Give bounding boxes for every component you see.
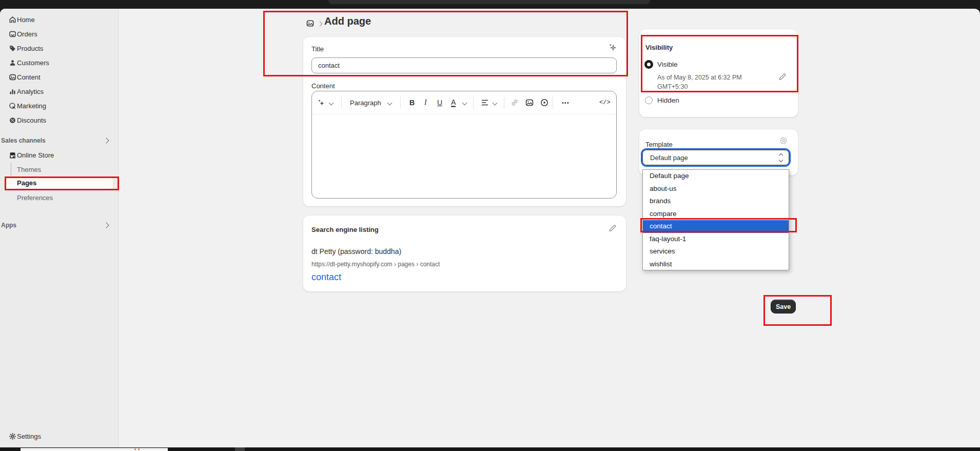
products-icon [8, 44, 16, 52]
sidebar-item-label: Pages [17, 179, 36, 187]
editor-text-area[interactable] [312, 114, 616, 198]
marketing-icon [8, 102, 16, 110]
code-view-button[interactable]: </> [599, 99, 611, 106]
seo-site-name: dt Petty (password: buddha) [311, 247, 401, 256]
sidebar-item-label: Marketing [17, 102, 46, 110]
chevron-down-icon [387, 101, 393, 106]
content-label: Content [311, 82, 335, 90]
content-icon [8, 73, 16, 81]
template-card: Template Default page [639, 129, 798, 175]
text-color-button[interactable]: A [451, 99, 456, 107]
dropdown-option-default-page[interactable]: Default page [643, 170, 789, 183]
title-input[interactable] [311, 57, 617, 73]
sidebar-item-label: Preferences [17, 194, 53, 202]
visible-date-note: As of May 8, 2025 at 6:32 PMGMT+5:30 [657, 73, 760, 91]
dropdown-option-wishlist[interactable]: wishlist [643, 258, 789, 271]
content-editor[interactable]: Paragraph B I U A ••• [311, 91, 617, 199]
sidebar-item-label: Home [17, 16, 35, 24]
page-title: Add page [324, 15, 371, 27]
dropdown-option-about-us[interactable]: about-us [643, 183, 789, 195]
customers-icon [8, 58, 16, 67]
sidebar-item-home[interactable]: Home [0, 12, 119, 27]
visibility-card: Visibility Visible As of May 8, 2025 at … [639, 29, 798, 117]
link-button[interactable] [511, 99, 519, 107]
sidebar-item-label: Online Store [17, 151, 54, 159]
breadcrumb-chevron-icon [318, 22, 323, 27]
bold-button[interactable]: B [409, 99, 415, 107]
edit-pencil-icon[interactable] [778, 72, 787, 81]
sidebar-item-products[interactable]: Products [0, 41, 119, 55]
sidebar-item-label: Discounts [17, 116, 46, 124]
topbar [0, 0, 980, 9]
visibility-heading: Visibility [645, 44, 673, 51]
dropdown-option-services[interactable]: services [643, 245, 789, 258]
apps-label: Apps [1, 222, 16, 229]
sidebar-item-label: Orders [17, 30, 37, 38]
template-select[interactable]: Default page [642, 150, 789, 165]
bottom-strip-light-segment [21, 448, 168, 451]
toolbar-divider [341, 96, 342, 109]
sidebar-item-settings[interactable]: Settings [0, 429, 119, 443]
insert-video-button[interactable] [540, 99, 548, 107]
sidebar-item-label: Themes [17, 166, 41, 173]
bottom-strip-dot [138, 448, 140, 450]
template-label: Template [645, 141, 673, 148]
toolbar-divider [400, 96, 401, 109]
visible-option-label[interactable]: Visible [657, 61, 678, 68]
magic-sparkle-icon[interactable] [608, 43, 617, 51]
chevron-down-icon [329, 101, 334, 106]
screenshot-root: Home Orders Products Customers Content A… [0, 0, 980, 451]
sidebar-section-sales-channels[interactable]: Sales channels [0, 133, 119, 148]
bottom-strip-dot [134, 448, 136, 450]
sidebar-item-analytics[interactable]: Analytics [0, 84, 119, 99]
ai-sparkle-icon[interactable] [317, 99, 325, 107]
hidden-option-label[interactable]: Hidden [657, 96, 679, 104]
dropdown-option-compare[interactable]: compare [643, 208, 789, 221]
dropdown-option-contact-highlighted[interactable]: contact [643, 220, 789, 233]
home-icon [8, 15, 16, 24]
underline-button[interactable]: U [437, 99, 442, 107]
chevron-down-icon [493, 101, 498, 106]
align-button[interactable] [481, 100, 489, 106]
seo-card: Search engine listing dt Petty (password… [303, 215, 626, 291]
sidebar-section-apps[interactable]: Apps [0, 218, 119, 232]
sidebar: Home Orders Products Customers Content A… [0, 9, 119, 447]
topbar-search-bar[interactable] [328, 0, 650, 4]
save-button[interactable]: Save [771, 300, 796, 313]
radio-visible-selected[interactable] [644, 60, 653, 69]
seo-url: https://dt-petty.myshopify.com › pages ›… [311, 261, 440, 268]
eye-view-icon[interactable] [779, 136, 788, 145]
toolbar-divider [553, 96, 553, 109]
radio-hidden-unselected[interactable] [645, 96, 653, 104]
sidebar-item-discounts[interactable]: Discounts [0, 113, 119, 127]
sidebar-item-customers[interactable]: Customers [0, 55, 119, 70]
paragraph-style-button[interactable]: Paragraph [350, 99, 381, 107]
gear-icon [8, 432, 16, 440]
sidebar-item-marketing[interactable]: Marketing [0, 99, 119, 113]
seo-page-link[interactable]: contact [311, 272, 341, 283]
toolbar-divider [473, 96, 474, 109]
seo-heading: Search engine listing [311, 226, 379, 233]
edit-pencil-icon[interactable] [609, 224, 617, 232]
chevron-right-icon [103, 222, 109, 228]
dropdown-option-faq-layout-1[interactable]: faq-layout-1 [643, 233, 789, 246]
sidebar-item-content[interactable]: Content [0, 70, 119, 84]
sidebar-item-preferences[interactable]: Preferences [0, 190, 119, 205]
app-frame: Home Orders Products Customers Content A… [0, 9, 980, 447]
sales-channels-label: Sales channels [1, 137, 46, 144]
toolbar-divider [504, 96, 504, 109]
dropdown-option-brands[interactable]: brands [643, 195, 789, 208]
insert-image-button[interactable] [525, 99, 534, 107]
store-icon [8, 151, 16, 159]
bottom-strip [0, 447, 980, 451]
sidebar-item-online-store[interactable]: Online Store [0, 148, 119, 162]
page-breadcrumb-icon[interactable] [306, 19, 314, 27]
italic-button[interactable]: I [424, 99, 427, 107]
analytics-icon [8, 87, 16, 95]
chevron-right-icon [103, 138, 109, 143]
title-content-card: Title Content Paragraph B I U A [303, 37, 626, 206]
sidebar-item-themes[interactable]: Themes [0, 162, 119, 177]
more-options-button[interactable]: ••• [562, 100, 570, 106]
sidebar-item-orders[interactable]: Orders [0, 27, 119, 41]
sidebar-item-label: Analytics [17, 88, 44, 95]
